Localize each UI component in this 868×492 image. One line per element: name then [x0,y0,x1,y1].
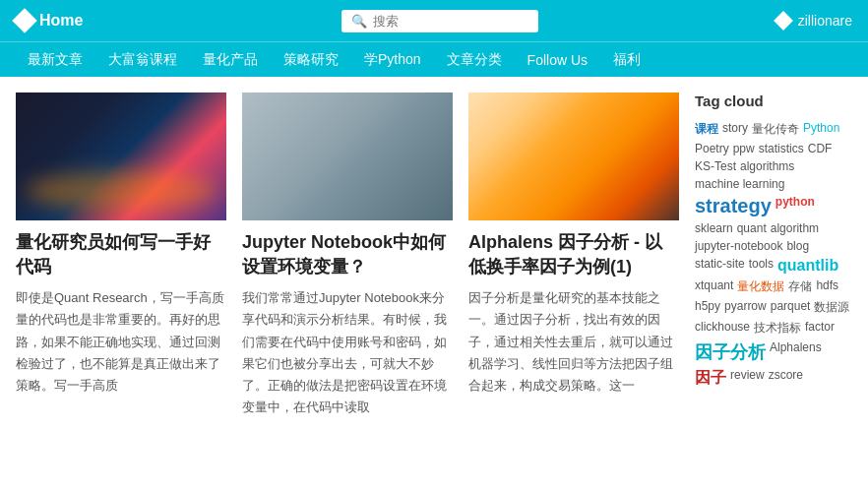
articles-area: 量化研究员如何写一手好代码 即使是Quant Research，写一手高质量的代… [16,92,679,418]
tag-item-2[interactable]: 量化传奇 [752,121,799,138]
search-icon: 🔍 [351,14,367,29]
tag-item-14[interactable]: quant [737,221,767,235]
tag-cloud: 课程story量化传奇PythonPoetryppwstatisticsCDFK… [695,121,852,389]
tag-item-6[interactable]: statistics [759,142,804,155]
tag-item-17[interactable]: blog [786,239,809,253]
tag-item-1[interactable]: story [722,121,748,138]
main-content: 量化研究员如何写一手好代码 即使是Quant Research，写一手高质量的代… [0,77,868,434]
tag-item-28[interactable]: 数据源 [814,299,849,316]
tag-item-34[interactable]: 因子 [695,368,726,389]
article-image-2 [242,92,453,220]
tag-item-21[interactable]: xtquant [695,278,733,295]
tag-item-11[interactable]: strategy [695,195,772,217]
tag-item-23[interactable]: 存储 [788,278,812,295]
tag-item-4[interactable]: Poetry [695,142,729,155]
article-image-3 [468,92,679,220]
tag-item-8[interactable]: KS-Test [695,159,736,173]
nav-item-latest[interactable]: 最新文章 [16,45,94,75]
search-area: 🔍 [102,10,775,32]
tag-item-3[interactable]: Python [803,121,839,138]
tag-item-30[interactable]: 技术指标 [754,320,801,337]
tag-item-31[interactable]: factor [805,320,835,337]
nav-item-product[interactable]: 量化产品 [191,45,270,75]
article-card-1: 量化研究员如何写一手好代码 即使是Quant Research，写一手高质量的代… [16,92,226,418]
tag-item-25[interactable]: h5py [695,299,720,316]
article-excerpt-1: 即使是Quant Research，写一手高质量的代码也是非常重要的。再好的思路… [16,287,226,396]
tag-item-20[interactable]: quantlib [777,257,838,275]
nav-item-welfare[interactable]: 福利 [601,45,652,75]
tag-item-15[interactable]: algorithm [771,221,819,235]
tag-item-10[interactable]: machine learning [695,177,784,191]
tag-item-22[interactable]: 量化数据 [737,278,784,295]
nav-item-course[interactable]: 大富翁课程 [96,45,189,75]
tag-item-5[interactable]: ppw [733,142,755,155]
article-title-3[interactable]: Alphalens 因子分析 - 以低换手率因子为例(1) [468,230,679,279]
tag-item-26[interactable]: pyarrow [724,299,767,316]
tag-item-27[interactable]: parquet [771,299,811,316]
sidebar-title: Tag cloud [695,92,852,109]
tag-item-32[interactable]: 因子分析 [695,340,766,364]
article-image-1 [16,92,226,220]
tag-item-16[interactable]: jupyter-notebook [695,239,782,253]
tag-item-35[interactable]: review [730,368,765,389]
article-card-3: Alphalens 因子分析 - 以低换手率因子为例(1) 因子分析是量化研究的… [468,92,679,418]
tag-item-33[interactable]: Alphalens [770,340,822,364]
sidebar: Tag cloud 课程story量化传奇PythonPoetryppwstat… [695,92,852,418]
search-box: 🔍 [341,10,538,32]
article-excerpt-3: 因子分析是量化研究的基本技能之一。通过因子分析，找出有效的因子，通过相关性去重后… [468,287,679,396]
tag-item-0[interactable]: 课程 [695,121,718,138]
nav-item-follow[interactable]: Follow Us [516,46,599,74]
nav-item-python[interactable]: 学Python [352,45,433,75]
nav-item-category[interactable]: 文章分类 [435,45,514,75]
logo-area[interactable]: Home [16,12,83,30]
tag-item-13[interactable]: sklearn [695,221,733,235]
article-title-1[interactable]: 量化研究员如何写一手好代码 [16,230,226,279]
tag-item-7[interactable]: CDF [808,142,833,155]
user-area[interactable]: zillionare [776,13,852,29]
tag-item-29[interactable]: clickhouse [695,320,750,337]
tag-item-36[interactable]: zscore [769,368,803,389]
nav-bar: 最新文章 大富翁课程 量化产品 策略研究 学Python 文章分类 Follow… [0,41,868,77]
tag-item-12[interactable]: python [775,195,815,217]
top-bar: Home 🔍 zillionare [0,0,868,41]
user-diamond-icon [774,11,793,31]
nav-item-strategy[interactable]: 策略研究 [272,45,350,75]
search-input[interactable] [373,14,521,29]
tag-item-24[interactable]: hdfs [816,278,838,295]
article-excerpt-2: 我们常常通过Jupyter Notebook来分享代码和演示分析结果。有时候，我… [242,287,453,418]
logo-icon [12,8,36,32]
article-title-2[interactable]: Jupyter Notebook中如何设置环境变量？ [242,230,453,279]
tag-item-9[interactable]: algorithms [740,159,794,173]
tag-item-19[interactable]: tools [749,257,774,275]
article-card-2: Jupyter Notebook中如何设置环境变量？ 我们常常通过Jupyter… [242,92,453,418]
user-name: zillionare [798,13,852,29]
logo-text: Home [39,12,83,30]
tag-item-18[interactable]: static-site [695,257,745,275]
